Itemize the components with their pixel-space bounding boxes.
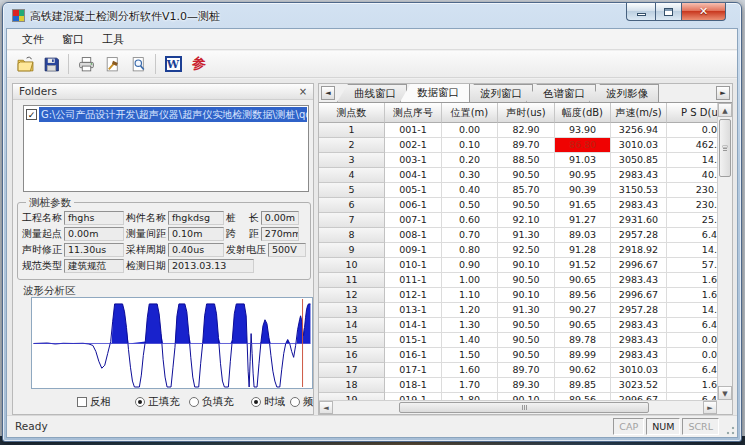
column-header[interactable]: 测点数	[319, 103, 385, 123]
cell: 003-1	[385, 153, 442, 168]
table-row[interactable]: 14014-11.3090.5090.652983.436.40	[319, 318, 717, 333]
scroll-right-icon[interactable]: ►	[703, 401, 717, 414]
cell: 2983.43	[611, 273, 667, 288]
freq-domain-radio[interactable]	[290, 397, 300, 407]
column-header[interactable]: 测点序号	[385, 103, 442, 123]
status-scrl: SCRL	[682, 418, 719, 435]
print-setup-button[interactable]	[99, 53, 125, 76]
cell: 2983.43	[611, 198, 667, 213]
scroll-left-icon[interactable]: ◄	[319, 401, 333, 414]
negative-fill-radio[interactable]	[189, 397, 199, 407]
folders-list[interactable]: ✓ G:\公司产品设计开发\超声仪器\超声仪实地检测数据\测桩\qd\qd03\…	[23, 105, 309, 192]
table-row[interactable]: 1001-10.0082.9093.903256.940.00	[319, 123, 717, 138]
parameters-button[interactable]: 参	[186, 53, 212, 76]
freq-domain-radio-group[interactable]: 频域	[290, 395, 314, 409]
table-row[interactable]: 17017-11.6089.7090.623010.036.40	[319, 363, 717, 378]
scroll-down-icon[interactable]: ▼	[718, 386, 732, 400]
horizontal-scrollbar[interactable]: ◄ ►	[319, 400, 717, 414]
folder-checkbox[interactable]: ✓	[26, 109, 37, 120]
table-row[interactable]: 18018-11.7089.3089.853023.521.60	[319, 378, 717, 393]
folder-path[interactable]: G:\公司产品设计开发\超声仪器\超声仪实地检测数据\测桩\qd\qd03\qd…	[39, 107, 307, 122]
folders-close-icon[interactable]: ×	[296, 85, 310, 98]
save-button[interactable]	[38, 53, 64, 76]
time-domain-radio[interactable]	[251, 397, 261, 407]
field-value: 0.00m	[64, 227, 124, 241]
invert-checkbox[interactable]	[77, 397, 87, 407]
menu-item-0[interactable]: 文件	[15, 30, 51, 49]
cell: 0.50	[442, 198, 498, 213]
negative-fill-label: 负填充	[202, 395, 234, 409]
tab-1[interactable]: 数据窗口	[400, 83, 470, 102]
save-floppy-icon	[43, 56, 60, 73]
waveform-plot[interactable]	[31, 297, 313, 389]
column-header[interactable]: 声时(us)	[498, 103, 555, 123]
tab-3[interactable]: 色谱窗口	[526, 84, 596, 102]
time-domain-radio-group[interactable]: 时域	[251, 395, 285, 409]
table-row[interactable]: 11011-11.0090.5090.652983.431.60	[319, 273, 717, 288]
invert-checkbox-group[interactable]: 反相	[77, 395, 111, 409]
column-header[interactable]: 声速(m/s)	[611, 103, 667, 123]
table-row[interactable]: 10010-10.9090.1091.522996.6757.6	[319, 258, 717, 273]
negative-fill-radio-group[interactable]: 负填充	[189, 395, 234, 409]
freq-domain-label: 频域	[303, 395, 314, 409]
document-magnifier-icon	[130, 56, 147, 73]
cell: 13	[319, 303, 385, 318]
cell: 90.50	[498, 333, 555, 348]
cell: 1.20	[442, 303, 498, 318]
table-row[interactable]: 16016-11.5090.5089.992983.430.00	[319, 348, 717, 363]
export-word-button[interactable]: W	[160, 53, 186, 76]
open-file-button[interactable]	[12, 53, 38, 76]
tab-scroll-left-icon[interactable]: ◄	[321, 86, 335, 100]
vertical-scrollbar[interactable]: ▲ ▼	[717, 103, 732, 400]
horizontal-scroll-thumb[interactable]	[399, 402, 649, 413]
table-row[interactable]: 4004-10.3090.5090.952983.4340.0	[319, 168, 717, 183]
column-header[interactable]: 位置(m)	[442, 103, 498, 123]
scroll-up-icon[interactable]: ▲	[718, 103, 732, 117]
tab-0[interactable]: 曲线窗口	[337, 84, 407, 102]
close-button[interactable]: ✕	[682, 3, 726, 21]
positive-fill-radio-group[interactable]: 正填充	[135, 395, 180, 409]
tab-4[interactable]: 波列影像	[589, 84, 659, 102]
column-header[interactable]: 幅度(dB)	[555, 103, 611, 123]
table-row[interactable]: 13013-11.2091.3090.272957.2814.4	[319, 303, 717, 318]
cell: 90.50	[498, 348, 555, 363]
cell: 1.80	[442, 393, 498, 400]
table-row[interactable]: 15015-11.4090.5089.782983.430.00	[319, 333, 717, 348]
cell: 93.90	[555, 123, 611, 138]
menu-item-2[interactable]: 工具	[95, 30, 131, 49]
cell: 3256.94	[611, 123, 667, 138]
table-row[interactable]: 6006-10.5090.5091.652983.43230.4	[319, 198, 717, 213]
table-row[interactable]: 8008-10.7091.3089.032957.286.40	[319, 228, 717, 243]
cell: 007-1	[385, 213, 442, 228]
table-row[interactable]: 2002-10.1089.7086.803010.03462.4	[319, 138, 717, 153]
table-row[interactable]: 3003-10.2088.5091.033050.8514.4	[319, 153, 717, 168]
table-row[interactable]: 9009-10.8092.5091.282918.9214.4	[319, 243, 717, 258]
cell: 91.28	[555, 243, 611, 258]
folder-item[interactable]: ✓ G:\公司产品设计开发\超声仪器\超声仪实地检测数据\测桩\qd\qd03\…	[26, 107, 307, 122]
minimize-button[interactable]	[626, 3, 655, 21]
cell: 91.65	[555, 198, 611, 213]
positive-fill-radio[interactable]	[135, 397, 145, 407]
menu-item-1[interactable]: 窗口	[55, 30, 91, 49]
table-row[interactable]: 7007-10.6092.1091.272931.6025.6	[319, 213, 717, 228]
column-header[interactable]: P S D(us	[667, 103, 717, 123]
tab-2[interactable]: 波列窗口	[463, 84, 533, 102]
cell: 1.70	[442, 378, 498, 393]
table-row[interactable]: 19019-11.8090.1089.562996.676.40	[319, 393, 717, 400]
print-button[interactable]	[73, 53, 99, 76]
print-preview-button[interactable]	[125, 53, 151, 76]
cell: 1.60	[667, 378, 717, 393]
resize-grip[interactable]	[723, 423, 736, 436]
cell: 6.40	[667, 393, 717, 400]
table-row[interactable]: 12012-11.1090.1089.562996.671.60	[319, 288, 717, 303]
cell: 009-1	[385, 243, 442, 258]
title-bar[interactable]: 高铁建混凝土检测分析软件V1.0—测桩 ✕	[3, 3, 741, 28]
vertical-scroll-thumb[interactable]	[719, 119, 731, 177]
parameters-icon: 参	[192, 55, 206, 73]
tab-scroll-right-icon[interactable]: ►	[716, 86, 730, 100]
waveform-line	[34, 304, 311, 387]
maximize-button[interactable]	[655, 3, 682, 21]
cell: 92.10	[498, 213, 555, 228]
cell: 019-1	[385, 393, 442, 400]
table-row[interactable]: 5005-10.4085.7090.393150.53230.4	[319, 183, 717, 198]
